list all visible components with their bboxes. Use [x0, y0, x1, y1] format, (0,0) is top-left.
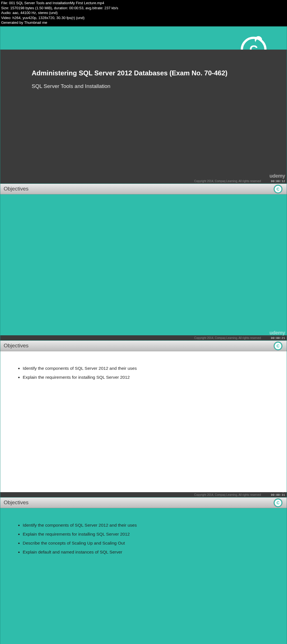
timestamp-3: 00:00:31	[271, 493, 285, 497]
meta-size: Size: 1570198 bytes (1.50 MiB), duration…	[1, 6, 286, 11]
frame-1: C Administering SQL Server 2012 Database…	[0, 27, 287, 183]
meta-video: Video: h264, yuv420p, 1328x720, 30.30 fp…	[1, 15, 286, 20]
title-slide-body: Administering SQL Server 2012 Databases …	[0, 50, 287, 178]
timestamp-1: 00:00:12	[271, 180, 285, 183]
course-logo-icon: C	[274, 342, 282, 350]
objective-item: Explain the requirements for installing …	[23, 532, 276, 537]
timestamp-2: 00:00:21	[271, 336, 285, 340]
copyright-text: Copyright 2014, Compaq Learning, All rig…	[194, 336, 261, 340]
slide-footer: Copyright 2014, Compaq Learning, All rig…	[0, 492, 287, 497]
meta-generator: Generated by Thumbnail me	[1, 20, 286, 25]
udemy-watermark: udemy	[269, 173, 285, 179]
objectives-body-empty	[0, 194, 287, 335]
slide-footer: Copyright 2014, Compaq Learning, All rig…	[0, 335, 287, 340]
meta-file: File: 001 SQL Server Tools and Installat…	[1, 1, 286, 6]
objective-item: Describe the concepts of Scaling Up and …	[23, 541, 276, 546]
objective-item: Explain default and named instances of S…	[23, 550, 276, 555]
objectives-title: Objectives	[4, 499, 29, 506]
objective-item: Identify the components of SQL Server 20…	[23, 523, 276, 528]
course-title: Administering SQL Server 2012 Databases …	[32, 69, 287, 77]
course-subtitle: SQL Server Tools and Installation	[32, 83, 287, 89]
frame-2: Objectives C Copyright 2014, Compaq Lear…	[0, 183, 287, 340]
course-logo-icon: C	[274, 499, 282, 507]
thumbnail-sheet: C Administering SQL Server 2012 Database…	[0, 26, 287, 644]
objectives-list: Identify the components of SQL Server 20…	[17, 523, 276, 555]
udemy-watermark: udemy	[269, 487, 285, 493]
meta-audio: Audio: aac, 44100 Hz, stereo (und)	[1, 10, 286, 15]
slide-footer: Copyright 2014, Compaq Learning, All rig…	[0, 178, 287, 183]
objective-item: Identify the components of SQL Server 20…	[23, 366, 276, 371]
frame-4: Objectives C Identify the components of …	[0, 497, 287, 644]
objective-item: Explain the requirements for installing …	[23, 375, 276, 380]
video-metadata: File: 001 SQL Server Tools and Installat…	[0, 0, 287, 26]
objectives-title: Objectives	[4, 186, 29, 192]
objectives-title: Objectives	[4, 343, 29, 349]
objectives-list: Identify the components of SQL Server 20…	[17, 366, 276, 380]
frame-3: Objectives C Identify the components of …	[0, 340, 287, 497]
course-logo-icon: C	[274, 185, 282, 193]
objectives-body: Identify the components of SQL Server 20…	[0, 508, 287, 644]
objectives-header: Objectives C	[0, 497, 287, 508]
objectives-body: Identify the components of SQL Server 20…	[0, 351, 287, 492]
objectives-header: Objectives C	[0, 341, 287, 351]
copyright-text: Copyright 2014, Compaq Learning, All rig…	[194, 493, 261, 496]
copyright-text: Copyright 2014, Compaq Learning, All rig…	[194, 180, 261, 183]
udemy-watermark: udemy	[269, 330, 285, 336]
objectives-header: Objectives C	[0, 184, 287, 194]
